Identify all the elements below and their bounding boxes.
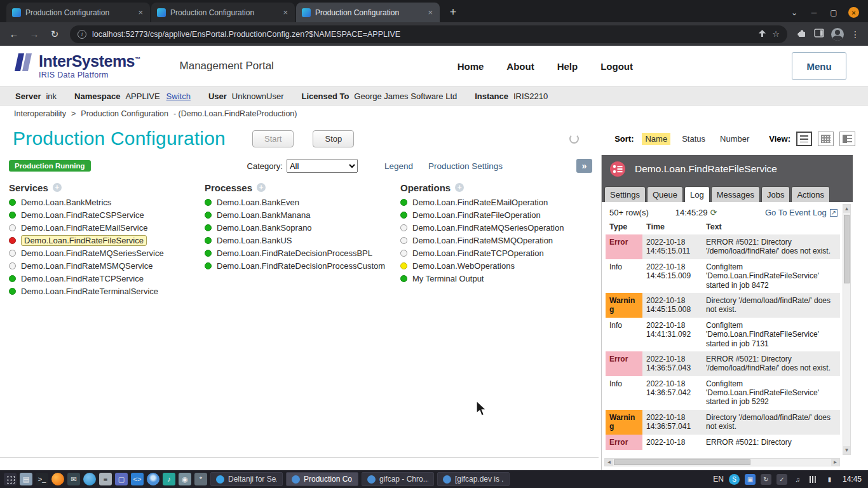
vertical-scrollbar[interactable]: ▲ ▼ [843, 204, 851, 455]
side-panel-icon[interactable] [814, 29, 824, 40]
tab-settings[interactable]: Settings [604, 186, 646, 202]
config-item-operation[interactable]: Demo.Loan.FindRateTCPOperation [400, 247, 596, 259]
config-item-process[interactable]: Demo.Loan.BankEven [205, 196, 400, 208]
sync-icon[interactable]: ↻ [761, 474, 771, 485]
config-item-service[interactable]: Demo.Loan.FindRateEMailService [9, 221, 205, 234]
browser-tab-3[interactable]: Production Configuration × [296, 3, 440, 22]
sort-option-name[interactable]: Name [642, 133, 670, 145]
tab-queue[interactable]: Queue [647, 186, 683, 202]
tab-log[interactable]: Log [684, 186, 710, 202]
shield-icon[interactable]: ✓ [776, 474, 787, 485]
scroll-up-icon[interactable]: ▲ [843, 205, 850, 213]
menu-button[interactable]: Menu [792, 52, 846, 80]
nav-logout[interactable]: Logout [600, 61, 633, 72]
language-indicator[interactable]: EN [713, 475, 724, 484]
taskbar-window-gifcap[interactable]: gifcap - Chro... [362, 472, 434, 486]
reload-icon[interactable]: ↻ [46, 25, 64, 43]
config-item-service[interactable]: Demo.Loan.FindRateTCPService [9, 272, 205, 285]
terminal-icon[interactable]: >_ [36, 473, 48, 485]
notes-icon[interactable]: ≡ [99, 473, 112, 485]
production-settings-link[interactable]: Production Settings [428, 161, 503, 171]
go-to-event-log-link[interactable]: Go To Event Log ↗ [765, 208, 837, 217]
config-item-service[interactable]: Demo.Loan.FindRateCSPService [9, 208, 205, 221]
network-icon[interactable] [808, 474, 819, 485]
config-item-operation[interactable]: Demo.Loan.WebOperations [400, 259, 596, 272]
browser-menu-icon[interactable]: ⋮ [851, 29, 860, 39]
window-minimize-icon[interactable]: ─ [809, 8, 819, 18]
address-bar[interactable]: i localhost:52773/csp/applive/EnsPortal.… [70, 25, 787, 43]
add-process-icon[interactable]: + [257, 183, 266, 192]
extensions-puzzle-icon[interactable] [797, 28, 807, 41]
sort-option-status[interactable]: Status [679, 133, 709, 145]
taskbar-window-gifcap-dev[interactable]: [gifcap.dev is ... [437, 472, 510, 486]
split-view-icon[interactable] [839, 132, 855, 146]
horizontal-scrollbar[interactable]: ◄ ► [604, 458, 840, 466]
share-icon[interactable] [758, 29, 766, 39]
mail-icon[interactable]: ✉ [67, 473, 80, 485]
config-item-operation[interactable]: Demo.Loan.FindRateMQSeriesOperation [400, 221, 596, 234]
files-icon[interactable]: ▢ [115, 473, 128, 485]
camera-icon[interactable]: ▣ [745, 474, 756, 485]
tab-close-icon[interactable]: × [281, 8, 289, 17]
config-item-operation[interactable]: Demo.Loan.FindRateFileOperation [400, 208, 596, 221]
tab-messages[interactable]: Messages [711, 186, 760, 202]
browser-tab-2[interactable]: Production Configuration × [151, 3, 295, 22]
switch-namespace-link[interactable]: Switch [166, 92, 191, 101]
bookmark-star-icon[interactable]: ☆ [772, 29, 780, 39]
browser-tab-1[interactable]: Production Configuration × [6, 3, 150, 22]
sort-option-number[interactable]: Number [717, 133, 752, 145]
window-menu-icon[interactable]: ⌄ [789, 8, 799, 18]
chromium-icon[interactable] [147, 473, 159, 485]
volume-icon[interactable]: ♫ [792, 474, 803, 485]
window-maximize-icon[interactable]: ▢ [829, 8, 839, 18]
list-view-icon[interactable] [796, 132, 812, 146]
new-tab-button[interactable]: + [445, 4, 461, 20]
power-icon[interactable]: ▮ [824, 474, 835, 485]
config-item-service[interactable]: Demo.Loan.FindRateMQSeriesService [9, 247, 205, 259]
forward-icon[interactable]: → [25, 25, 43, 43]
config-item-operation[interactable]: My Terminal Output [400, 272, 596, 285]
stop-button[interactable]: Stop [313, 130, 354, 147]
media-icon[interactable]: ♪ [163, 473, 175, 485]
nav-help[interactable]: Help [557, 61, 578, 72]
legend-link[interactable]: Legend [384, 161, 413, 171]
browser-icon[interactable] [83, 473, 96, 485]
config-item-service-selected[interactable]: Demo.Loan.FindRateFileService [9, 234, 205, 247]
category-select[interactable]: All [287, 159, 358, 173]
tab-close-icon[interactable]: × [426, 8, 434, 17]
breadcrumb-production-configuration[interactable]: Production Configuration [81, 109, 168, 118]
add-service-icon[interactable]: + [53, 183, 62, 192]
config-item-process[interactable]: Demo.Loan.BankSoprano [205, 221, 400, 234]
refresh-icon[interactable]: ⟳ [710, 208, 717, 217]
skype-icon[interactable]: S [729, 474, 740, 485]
grid-view-icon[interactable] [818, 132, 834, 146]
window-close-icon[interactable]: × [848, 7, 859, 18]
scroll-right-icon[interactable]: ► [831, 459, 839, 466]
tab-jobs[interactable]: Jobs [761, 186, 790, 202]
site-info-icon[interactable]: i [78, 30, 86, 39]
config-item-process[interactable]: Demo.Loan.BankManana [205, 208, 400, 221]
config-item-process[interactable]: Demo.Loan.FindRateDecisionProcessCustom [205, 259, 400, 272]
expand-panel-button[interactable]: » [576, 159, 592, 173]
config-item-process[interactable]: Demo.Loan.FindRateDecisionProcessBPL [205, 247, 400, 259]
taskbar-window-production[interactable]: Production Co... [286, 472, 358, 486]
horizontal-scroll-thumb[interactable] [614, 459, 750, 465]
nav-home[interactable]: Home [458, 61, 484, 72]
vertical-scroll-thumb[interactable] [844, 215, 850, 283]
add-operation-icon[interactable]: + [455, 183, 464, 192]
vscode-icon[interactable]: <> [131, 473, 144, 485]
back-icon[interactable]: ← [5, 25, 23, 43]
start-button[interactable]: Start [252, 130, 294, 147]
screenshot-icon[interactable]: ◉ [179, 473, 191, 485]
app-menu-icon[interactable] [4, 473, 17, 485]
scroll-down-icon[interactable]: ▼ [843, 446, 850, 454]
config-item-service[interactable]: Demo.Loan.FindRateMSMQService [9, 259, 205, 272]
file-manager-icon[interactable]: ▤ [20, 473, 32, 485]
config-item-service[interactable]: Demo.Loan.BankMetrics [9, 196, 205, 208]
config-item-operation[interactable]: Demo.Loan.FindRateMSMQOperation [400, 234, 596, 247]
taskbar-window-deltanji[interactable]: Deltanji for Se... [210, 472, 283, 486]
tab-actions[interactable]: Actions [791, 186, 830, 202]
tab-close-icon[interactable]: × [137, 8, 144, 17]
nav-about[interactable]: About [506, 61, 534, 72]
settings-icon[interactable]: * [194, 473, 207, 485]
